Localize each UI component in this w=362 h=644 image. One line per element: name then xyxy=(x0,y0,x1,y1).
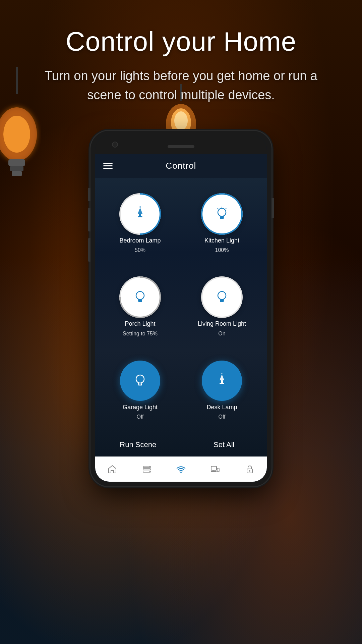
porch-light-status: Setting to 75% xyxy=(123,331,158,337)
hamburger-line-2 xyxy=(103,165,113,166)
device-garage-light[interactable]: Garage Light Off xyxy=(102,351,178,429)
desk-lamp-button[interactable] xyxy=(202,361,242,401)
bedroom-lamp-name: Bedroom Lamp xyxy=(119,237,161,245)
progress-ring-50 xyxy=(118,192,162,236)
porch-light-name: Porch Light xyxy=(125,320,155,328)
volume-up-button xyxy=(88,208,90,231)
volume-down-button xyxy=(88,238,90,262)
nav-devices[interactable] xyxy=(198,457,232,482)
bedroom-lamp-button[interactable] xyxy=(120,194,160,234)
phone-screen: Control xyxy=(95,136,267,482)
device-desk-lamp[interactable]: Desk Lamp Off xyxy=(184,351,260,429)
set-all-button[interactable]: Set All xyxy=(181,433,267,457)
home-icon xyxy=(107,464,117,474)
living-room-light-name: Living Room Light xyxy=(198,320,246,328)
nav-control[interactable] xyxy=(164,457,198,482)
device-porch-light[interactable]: Porch Light Setting to 75% xyxy=(102,268,178,346)
bedroom-lamp-status: 50% xyxy=(135,247,145,253)
progress-ring-75 xyxy=(118,275,162,319)
living-room-light-button[interactable] xyxy=(202,277,242,317)
garage-light-status: Off xyxy=(136,414,143,420)
device-bedroom-lamp[interactable]: Bedroom Lamp 50% xyxy=(102,184,178,263)
svg-rect-33 xyxy=(221,380,223,383)
kitchen-light-status: 100% xyxy=(215,247,229,253)
run-scene-button[interactable]: Run Scene xyxy=(95,433,181,457)
main-title: Control your Home xyxy=(27,27,335,56)
lamp-icon-white xyxy=(213,372,231,390)
volume-mute-button xyxy=(88,188,90,201)
desk-lamp-name: Desk Lamp xyxy=(206,404,237,411)
nav-lock[interactable] xyxy=(233,457,267,482)
nav-home[interactable] xyxy=(95,457,129,482)
wifi-icon xyxy=(176,464,186,474)
phone-mockup: Control xyxy=(90,131,272,486)
app-title: Control xyxy=(166,161,196,171)
bottom-navigation xyxy=(95,457,267,482)
menu-button[interactable] xyxy=(103,163,113,169)
hamburger-line-1 xyxy=(103,163,113,164)
hamburger-line-3 xyxy=(103,168,113,169)
svg-rect-43 xyxy=(211,466,217,470)
porch-light-button[interactable] xyxy=(120,277,160,317)
svg-rect-34 xyxy=(220,383,224,384)
power-button xyxy=(272,198,274,218)
svg-point-42 xyxy=(180,472,182,473)
svg-point-18 xyxy=(202,194,242,234)
svg-point-49 xyxy=(249,470,250,472)
app-header: Control xyxy=(95,154,267,178)
phone-notch xyxy=(95,136,267,154)
bottom-actions: Run Scene Set All xyxy=(95,433,267,457)
device-living-room-light[interactable]: Living Room Light On xyxy=(184,268,260,346)
phone-body: Control xyxy=(90,131,272,486)
garage-light-button[interactable] xyxy=(120,361,160,401)
scenes-icon xyxy=(142,464,152,474)
lock-icon xyxy=(245,464,255,474)
kitchen-light-name: Kitchen Light xyxy=(204,237,239,245)
speaker-grille xyxy=(168,145,194,148)
desk-lamp-status: Off xyxy=(218,414,225,420)
bulb-icon-white xyxy=(131,372,149,390)
garage-light-name: Garage Light xyxy=(123,404,158,411)
header-section: Control your Home Turn on your lights be… xyxy=(0,0,362,118)
nav-scenes[interactable] xyxy=(129,457,164,482)
kitchen-light-button[interactable] xyxy=(202,194,242,234)
living-room-light-status: On xyxy=(218,331,225,337)
device-grid: Bedroom Lamp 50% xyxy=(95,178,267,433)
app-content: Control xyxy=(95,154,267,482)
front-camera xyxy=(112,142,118,148)
devices-icon xyxy=(210,464,220,474)
svg-point-28 xyxy=(202,277,242,317)
progress-ring-living xyxy=(200,275,244,319)
svg-point-31 xyxy=(136,375,144,383)
progress-ring-100 xyxy=(200,192,244,236)
device-kitchen-light[interactable]: Kitchen Light 100% xyxy=(184,184,260,263)
main-subtitle: Turn on your lights before you get home … xyxy=(27,66,335,105)
